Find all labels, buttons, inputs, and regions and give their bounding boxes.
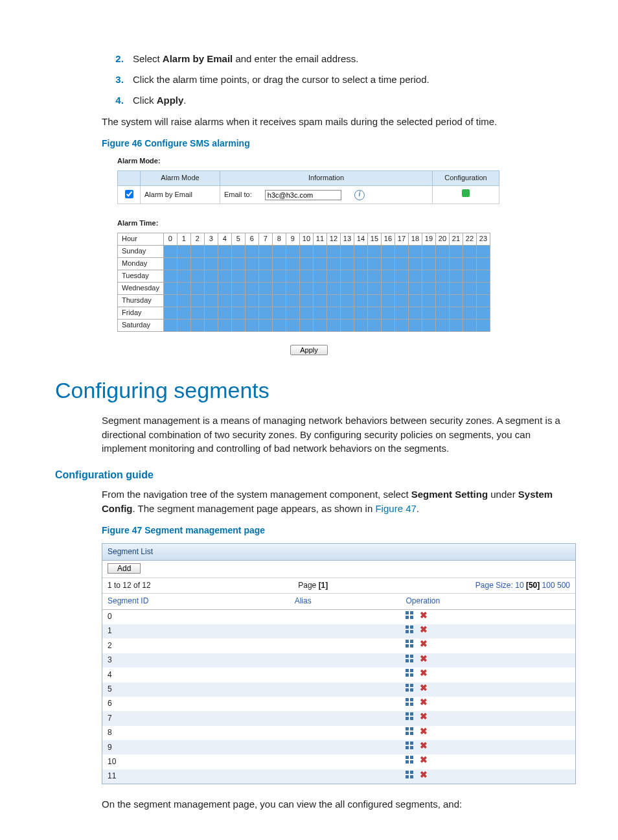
- time-cell[interactable]: [313, 294, 326, 307]
- time-cell[interactable]: [395, 257, 408, 270]
- col-segment-id[interactable]: Segment ID: [102, 594, 290, 609]
- edit-icon[interactable]: [406, 611, 414, 620]
- time-cell[interactable]: [299, 270, 313, 282]
- time-cell[interactable]: [340, 257, 354, 270]
- edit-icon[interactable]: [406, 741, 414, 750]
- time-cell[interactable]: [381, 294, 395, 307]
- time-cell[interactable]: [299, 307, 313, 319]
- edit-icon[interactable]: [406, 669, 414, 677]
- time-cell[interactable]: [395, 307, 408, 319]
- time-cell[interactable]: [177, 282, 190, 294]
- time-cell[interactable]: [245, 257, 258, 270]
- time-cell[interactable]: [163, 282, 177, 294]
- time-cell[interactable]: [245, 294, 258, 307]
- time-cell[interactable]: [258, 257, 272, 270]
- time-cell[interactable]: [163, 257, 177, 270]
- time-cell[interactable]: [163, 270, 177, 282]
- delete-icon[interactable]: ✖: [419, 741, 428, 750]
- time-cell[interactable]: [408, 319, 422, 331]
- time-cell[interactable]: [367, 282, 381, 294]
- time-cell[interactable]: [326, 294, 340, 307]
- time-cell[interactable]: [340, 294, 354, 307]
- time-cell[interactable]: [190, 270, 204, 282]
- time-cell[interactable]: [422, 282, 435, 294]
- time-cell[interactable]: [313, 270, 326, 282]
- time-cell[interactable]: [258, 245, 272, 257]
- time-cell[interactable]: [163, 307, 177, 319]
- time-cell[interactable]: [231, 257, 245, 270]
- time-cell[interactable]: [463, 257, 476, 270]
- page-size-option[interactable]: 10: [515, 581, 523, 590]
- time-cell[interactable]: [218, 270, 231, 282]
- time-cell[interactable]: [204, 319, 218, 331]
- time-cell[interactable]: [326, 270, 340, 282]
- edit-icon[interactable]: [406, 727, 414, 736]
- time-cell[interactable]: [313, 307, 326, 319]
- time-cell[interactable]: [476, 257, 490, 270]
- time-cell[interactable]: [258, 294, 272, 307]
- time-cell[interactable]: [435, 245, 449, 257]
- time-cell[interactable]: [177, 294, 190, 307]
- time-cell[interactable]: [381, 270, 395, 282]
- delete-icon[interactable]: ✖: [419, 771, 428, 779]
- time-cell[interactable]: [272, 307, 286, 319]
- time-cell[interactable]: [286, 294, 299, 307]
- time-cell[interactable]: [190, 282, 204, 294]
- add-segment-button[interactable]: Add: [108, 563, 141, 574]
- delete-icon[interactable]: ✖: [419, 684, 428, 692]
- time-cell[interactable]: [449, 294, 463, 307]
- time-cell[interactable]: [367, 319, 381, 331]
- time-cell[interactable]: [245, 319, 258, 331]
- page-size-option[interactable]: 100: [542, 581, 555, 590]
- time-cell[interactable]: [449, 282, 463, 294]
- time-cell[interactable]: [326, 307, 340, 319]
- time-cell[interactable]: [408, 294, 422, 307]
- email-to-input[interactable]: [265, 190, 341, 200]
- edit-icon[interactable]: [406, 625, 414, 634]
- delete-icon[interactable]: ✖: [419, 669, 428, 677]
- time-cell[interactable]: [326, 245, 340, 257]
- time-cell[interactable]: [231, 245, 245, 257]
- time-cell[interactable]: [163, 294, 177, 307]
- time-cell[interactable]: [272, 282, 286, 294]
- edit-icon[interactable]: [406, 684, 414, 692]
- time-cell[interactable]: [354, 307, 367, 319]
- time-cell[interactable]: [190, 319, 204, 331]
- time-cell[interactable]: [286, 319, 299, 331]
- edit-icon[interactable]: [406, 640, 414, 648]
- time-cell[interactable]: [190, 307, 204, 319]
- time-cell[interactable]: [367, 270, 381, 282]
- time-cell[interactable]: [367, 307, 381, 319]
- time-cell[interactable]: [395, 270, 408, 282]
- time-cell[interactable]: [340, 245, 354, 257]
- time-cell[interactable]: [299, 319, 313, 331]
- time-cell[interactable]: [177, 319, 190, 331]
- time-cell[interactable]: [381, 245, 395, 257]
- time-cell[interactable]: [463, 319, 476, 331]
- time-cell[interactable]: [476, 307, 490, 319]
- time-cell[interactable]: [395, 319, 408, 331]
- time-cell[interactable]: [245, 282, 258, 294]
- time-cell[interactable]: [354, 294, 367, 307]
- time-cell[interactable]: [381, 257, 395, 270]
- time-cell[interactable]: [258, 282, 272, 294]
- time-cell[interactable]: [231, 282, 245, 294]
- time-cell[interactable]: [326, 257, 340, 270]
- config-icon[interactable]: [462, 189, 470, 197]
- time-cell[interactable]: [463, 282, 476, 294]
- delete-icon[interactable]: ✖: [419, 712, 428, 721]
- time-cell[interactable]: [204, 270, 218, 282]
- time-cell[interactable]: [340, 282, 354, 294]
- delete-icon[interactable]: ✖: [419, 611, 428, 620]
- time-cell[interactable]: [286, 270, 299, 282]
- time-cell[interactable]: [435, 282, 449, 294]
- time-cell[interactable]: [299, 294, 313, 307]
- time-cell[interactable]: [395, 294, 408, 307]
- time-cell[interactable]: [381, 282, 395, 294]
- time-cell[interactable]: [435, 270, 449, 282]
- time-cell[interactable]: [299, 282, 313, 294]
- time-cell[interactable]: [354, 319, 367, 331]
- time-cell[interactable]: [408, 245, 422, 257]
- time-cell[interactable]: [408, 257, 422, 270]
- time-cell[interactable]: [272, 270, 286, 282]
